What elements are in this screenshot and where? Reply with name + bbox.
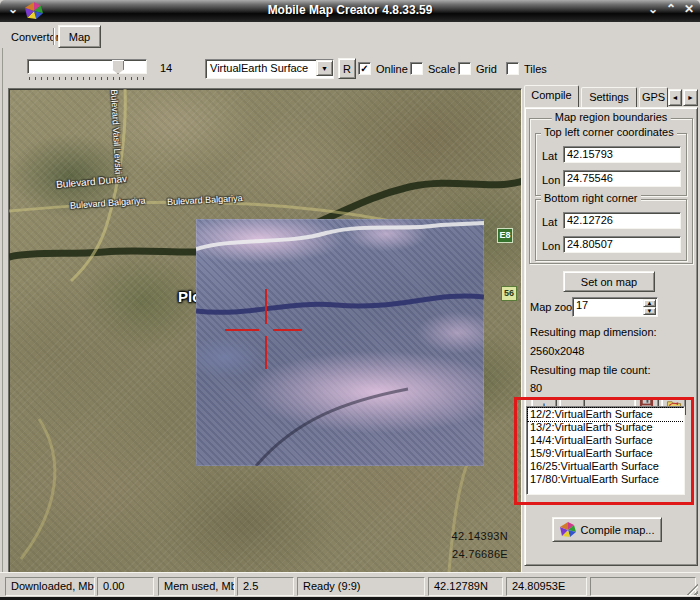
crosshair-icon xyxy=(225,329,259,331)
list-item[interactable]: 13/2:VirtualEarth Surface xyxy=(528,421,684,434)
top-left-lat-label: Lat xyxy=(542,150,557,162)
compile-map-button[interactable]: Compile map... xyxy=(552,517,662,542)
crosshair-icon xyxy=(273,329,302,331)
tab-settings[interactable]: Settings xyxy=(581,87,637,108)
maximize-button[interactable]: ⌃ xyxy=(663,2,679,16)
layers-listbox[interactable]: 12/2:VirtualEarth Surface 13/2:VirtualEa… xyxy=(526,406,685,495)
list-item[interactable]: 16/25:VirtualEarth Surface xyxy=(528,460,684,473)
online-checkbox[interactable]: ✓ xyxy=(358,62,371,75)
dimension-value: 2560x2048 xyxy=(530,345,584,357)
bottom-right-groupbox: Bottom right corner Lat 42.12726 Lon 24.… xyxy=(535,199,687,261)
list-item[interactable]: 14/4:VirtualEarth Surface xyxy=(528,434,684,447)
refresh-button-label: R xyxy=(343,63,351,75)
map-cursor-lat: 42.14393N xyxy=(451,530,508,542)
route-badge-56: 56 xyxy=(501,286,517,301)
map-region-groupbox: Map region boundaries Top left corner co… xyxy=(529,118,693,264)
status-downloaded-value: 0.00 xyxy=(97,577,154,596)
close-button[interactable]: ✕ xyxy=(681,2,697,16)
online-checkbox-label[interactable]: Online xyxy=(376,63,408,75)
status-lat: 42.12789N xyxy=(428,577,503,596)
chevron-down-icon[interactable]: ▼ xyxy=(316,60,333,76)
tab-gps[interactable]: GPS xyxy=(639,87,668,108)
top-left-lat-field[interactable]: 42.15793 xyxy=(563,146,681,163)
zoom-slider-track[interactable] xyxy=(27,59,147,74)
status-empty-panel xyxy=(590,577,696,596)
side-panel: Compile Settings GPS ◄ ► Map region boun… xyxy=(524,85,699,566)
route-badge-e8: E8 xyxy=(497,228,513,243)
zoom-slider-ticks xyxy=(29,77,146,80)
set-on-map-label: Set on map xyxy=(581,276,637,288)
grid-checkbox[interactable] xyxy=(458,62,471,75)
tile-count-value: 80 xyxy=(530,382,542,394)
tab-compile[interactable]: Compile xyxy=(524,85,579,108)
selected-region-overlay xyxy=(196,219,484,466)
compile-map-label: Compile map... xyxy=(581,524,655,536)
window-title: Mobile Map Creator 4.8.33.59 xyxy=(0,3,700,17)
spin-down-icon[interactable]: ▼ xyxy=(643,307,656,315)
set-on-map-button[interactable]: Set on map xyxy=(563,271,655,292)
bottom-right-lon-label: Lon xyxy=(542,240,560,252)
tab-map[interactable]: Map xyxy=(58,25,101,48)
map-cursor-lon: 24.76686E xyxy=(452,548,508,560)
tab-scroll-left-icon[interactable]: ◄ xyxy=(668,89,682,106)
tab-scroll-right-icon[interactable]: ► xyxy=(683,89,698,106)
map-zoom-stepper[interactable]: 17 ▲ ▼ xyxy=(572,297,658,317)
window-left-edge xyxy=(0,48,3,572)
zoom-level-value: 14 xyxy=(160,62,172,74)
tab-map-label: Map xyxy=(69,31,90,43)
status-ready: Ready (9:9) xyxy=(297,577,425,596)
minimize-button[interactable]: ⌄ xyxy=(645,2,661,16)
top-left-groupbox: Top left corner coordinates Lat 42.15793… xyxy=(535,133,687,196)
status-mem-label: Mem used, Mb: xyxy=(158,577,235,596)
list-item[interactable]: 15/9:VirtualEarth Surface xyxy=(528,447,684,460)
top-left-lon-field[interactable]: 24.75546 xyxy=(563,170,681,187)
refresh-button[interactable]: R xyxy=(338,58,356,79)
status-mem-value: 2.5 xyxy=(237,577,294,596)
map-source-value: VirtualEarth Surface xyxy=(210,62,308,74)
grid-checkbox-label[interactable]: Grid xyxy=(476,63,497,75)
list-item[interactable]: 17/80:VirtualEarth Surface xyxy=(528,473,684,486)
crosshair-icon xyxy=(265,289,267,324)
compile-tab-page: Map region boundaries Top left corner co… xyxy=(524,107,698,566)
top-left-groupbox-title: Top left corner coordinates xyxy=(541,126,677,138)
status-bar: Downloaded, Mb: 0.00 Mem used, Mb: 2.5 R… xyxy=(0,572,700,597)
bottom-right-lat-field[interactable]: 42.12726 xyxy=(563,212,681,229)
crosshair-icon xyxy=(265,336,267,369)
title-bar[interactable]: ⌄ Mobile Map Creator 4.8.33.59 ⌄ ⌃ ✕ xyxy=(0,0,700,22)
spin-up-icon[interactable]: ▲ xyxy=(643,299,656,307)
overlay-roads xyxy=(196,219,484,466)
list-item[interactable]: 12/2:VirtualEarth Surface xyxy=(528,408,684,421)
map-zoom-value: 17 xyxy=(576,299,588,311)
tile-count-label: Resulting map tile count: xyxy=(530,364,650,376)
status-downloaded-label: Downloaded, Mb: xyxy=(5,577,95,596)
compile-map-icon xyxy=(560,522,576,538)
bottom-right-groupbox-title: Bottom right corner xyxy=(541,192,641,204)
status-lon: 24.80953E xyxy=(506,577,587,596)
scale-checkbox-label[interactable]: Scale xyxy=(428,63,456,75)
tiles-checkbox[interactable] xyxy=(506,62,519,75)
dimension-label: Resulting map dimension: xyxy=(530,326,657,338)
map-source-select[interactable]: VirtualEarth Surface ▼ xyxy=(205,59,334,79)
scale-checkbox[interactable] xyxy=(410,62,423,75)
map-region-groupbox-title: Map region boundaries xyxy=(552,111,671,123)
app-window: ⌄ Mobile Map Creator 4.8.33.59 ⌄ ⌃ ✕ Con… xyxy=(0,0,700,600)
bottom-right-lat-label: Lat xyxy=(542,216,557,228)
bottom-right-lon-field[interactable]: 24.80507 xyxy=(563,236,681,253)
tab-separator xyxy=(53,28,54,45)
top-left-lon-label: Lon xyxy=(542,174,560,186)
map-viewport[interactable]: Bulevard Vasil Levski Bulevard Dunav Bul… xyxy=(8,88,522,573)
tiles-checkbox-label[interactable]: Tiles xyxy=(524,63,547,75)
